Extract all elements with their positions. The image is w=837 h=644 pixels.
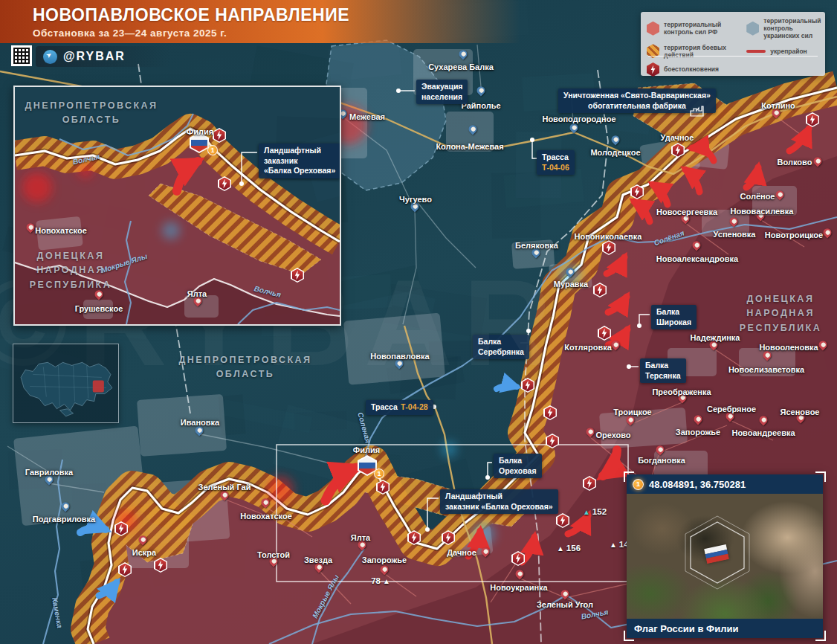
factory-icon [690, 106, 705, 117]
qr-code[interactable] [11, 45, 32, 66]
telegram-icon [43, 50, 57, 64]
corner-mark [815, 631, 826, 641]
page-subtitle: Обстановка за 23—24 августа 2025 г. [33, 28, 520, 39]
legend-item: территориальный контроль украинских сил [746, 17, 821, 40]
legend-divider [648, 56, 818, 57]
corner-mark [624, 471, 634, 482]
legend-label: территориальный контроль сил РФ [664, 21, 745, 36]
inset-map-canvas [15, 87, 340, 324]
corner-mark [815, 471, 826, 482]
photo-header: 1 48.084891, 36.750281 [627, 474, 823, 494]
line-fort-icon [746, 50, 766, 53]
legend-label: боестолкновения [664, 65, 719, 73]
photo-coordinates: 48.084891, 36.750281 [649, 479, 746, 490]
photo-ref-number: 1 [633, 479, 644, 490]
hex-ua-icon [746, 22, 759, 36]
qr-pattern [13, 48, 30, 64]
hex-clash-icon [647, 62, 659, 77]
photo-image [627, 494, 823, 619]
page-title: НОВОПАВЛОВСКОЕ НАПРАВЛЕНИЕ [33, 5, 520, 25]
channel-handle[interactable]: @RYBAR [63, 50, 126, 63]
ukraine-locator-map [13, 344, 119, 423]
hex-ru-icon [647, 22, 659, 36]
map-legend: территориальный контроль сил РФтерритори… [641, 12, 825, 76]
highlighted-region [93, 380, 104, 392]
legend-item: боестолкновения [647, 62, 745, 77]
legend-label: территориальный контроль украинских сил [763, 17, 821, 40]
legend-item: территориальный контроль сил РФ [647, 21, 745, 36]
map-stage: ©RYBAR ДНЕПРОПЕТРОВСКАЯ ОБЛАСТЬДОНЕЦКАЯ … [0, 0, 837, 644]
detail-inset-map: ДНЕПРОПЕТРОВСКАЯ ОБЛАСТЬДОНЕЦКАЯ НАРОДНА… [13, 86, 341, 326]
channel-bar: @RYBAR [36, 46, 170, 67]
photo-panel: 1 48.084891, 36.750281 Флаг России в Фил… [627, 474, 823, 638]
legend-label: укрепрайон [770, 48, 807, 55]
title-banner: НОВОПАВЛОВСКОЕ НАПРАВЛЕНИЕ Обстановка за… [0, 0, 520, 43]
photo-caption: Флаг России в Филии [627, 619, 823, 638]
legend-grid: территориальный контроль сил РФтерритори… [647, 17, 819, 77]
legend-item: укрепрайон [746, 48, 821, 55]
ukraine-outline [13, 344, 118, 422]
corner-mark [624, 631, 634, 641]
